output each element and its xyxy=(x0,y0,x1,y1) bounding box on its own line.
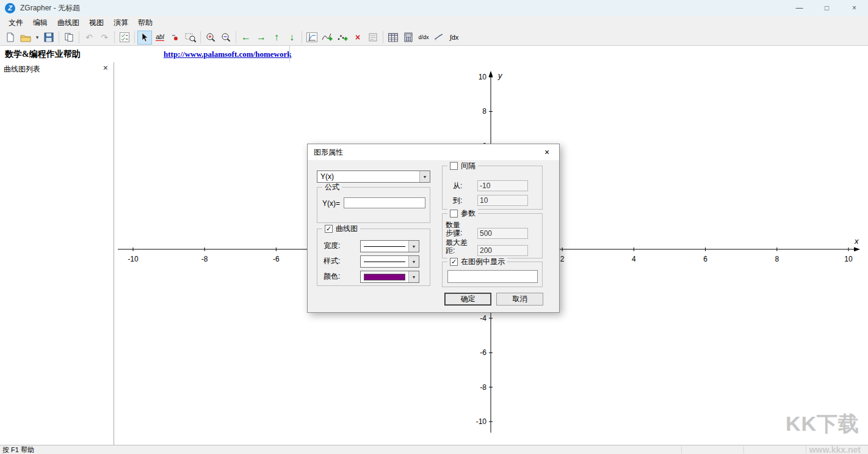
zoom-out-button[interactable] xyxy=(219,31,233,45)
open-file-button[interactable] xyxy=(18,31,33,45)
menu-file[interactable]: 文件 xyxy=(4,16,28,29)
show-legend-checkbox[interactable]: ✓ xyxy=(450,258,458,266)
calculator-button[interactable] xyxy=(401,31,416,45)
legend-group-legend: ✓ 在图例中显示 xyxy=(447,257,507,266)
menu-graph[interactable]: 曲线图 xyxy=(52,16,84,29)
svg-text:6: 6 xyxy=(703,255,707,263)
params-checkbox[interactable] xyxy=(450,210,458,218)
status-cell xyxy=(681,446,742,453)
status-help-text: 按 F1 帮助 xyxy=(2,445,34,454)
gap-label: 最大差 距: xyxy=(446,239,477,255)
zoom-region-icon xyxy=(185,32,197,43)
add-function-button[interactable] xyxy=(320,31,335,45)
statusbar: 按 F1 帮助 xyxy=(0,445,868,454)
function-type-combo[interactable]: Y(x) ▼ xyxy=(317,170,430,183)
window-title: ZGrapher - 无标题 xyxy=(20,3,80,13)
legend-group: ✓ 在图例中显示 xyxy=(442,262,543,287)
graph-frame-button[interactable] xyxy=(305,31,319,45)
redo-button[interactable]: ↷ xyxy=(97,31,112,45)
svg-text:-6: -6 xyxy=(273,255,280,263)
svg-text:2: 2 xyxy=(560,255,565,263)
banner-divider xyxy=(289,46,290,62)
move-up-button[interactable]: ↑ xyxy=(269,31,284,45)
pointer-tool-button[interactable] xyxy=(137,31,152,45)
legend-group-label: 在图例中显示 xyxy=(461,257,505,266)
dialog-title: 图形属性 xyxy=(314,147,343,158)
formula-legend-label: 公式 xyxy=(325,183,339,191)
add-point-series-button[interactable] xyxy=(335,31,350,45)
titlebar[interactable]: Z ZGrapher - 无标题 — □ × xyxy=(0,0,868,16)
maximize-button[interactable]: □ xyxy=(813,0,841,16)
derivative-button[interactable]: d/dx xyxy=(416,31,431,45)
ad-text: 数学&编程作业帮助 xyxy=(5,49,81,60)
chevron-down-icon: ▼ xyxy=(408,271,419,282)
steps-input[interactable] xyxy=(477,228,528,239)
delete-graph-button[interactable]: × xyxy=(350,31,365,45)
table-icon xyxy=(388,33,398,42)
new-file-icon xyxy=(5,32,15,42)
graph-properties-dialog: 图形属性 × Y(x) ▼ 公式 Y(x)= ✓ 曲线图 宽度: ▼ xyxy=(307,144,560,313)
dialog-close-icon[interactable]: × xyxy=(538,144,555,160)
interval-group: 间隔 从: 到: xyxy=(442,166,543,210)
interval-checkbox[interactable] xyxy=(450,162,458,170)
save-button[interactable] xyxy=(42,31,56,45)
close-button[interactable]: × xyxy=(841,0,868,16)
undo-button[interactable]: ↶ xyxy=(82,31,96,45)
label-tool-button[interactable]: abl xyxy=(153,31,167,45)
watermark-url: www.kkx.net xyxy=(809,445,861,454)
toolbar-separator xyxy=(134,31,135,43)
point-tool-button[interactable] xyxy=(168,31,183,45)
dialog-body: Y(x) ▼ 公式 Y(x)= ✓ 曲线图 宽度: ▼ 样式: xyxy=(308,160,559,313)
menu-calculus[interactable]: 演算 xyxy=(109,16,133,29)
menu-edit[interactable]: 编辑 xyxy=(28,16,52,29)
new-file-button[interactable] xyxy=(3,31,18,45)
curve-checkbox[interactable]: ✓ xyxy=(325,225,333,233)
open-recent-dropdown[interactable]: ▾ xyxy=(34,31,41,45)
zoom-out-icon xyxy=(221,32,231,43)
graph-list-header: 曲线图列表 × xyxy=(0,62,114,75)
gap-input[interactable] xyxy=(477,245,528,256)
panel-close-icon[interactable]: × xyxy=(103,64,108,72)
formula-input[interactable] xyxy=(344,197,425,208)
save-icon xyxy=(44,32,54,42)
svg-text:-8: -8 xyxy=(201,255,208,263)
line-color-preview xyxy=(361,271,408,282)
line-width-combo[interactable]: ▼ xyxy=(360,240,419,252)
graph-list-toggle-button[interactable] xyxy=(117,31,132,45)
zoom-in-button[interactable] xyxy=(203,31,218,45)
params-legend-label: 参数 xyxy=(461,209,476,218)
integral-button[interactable]: ∫dx xyxy=(447,31,461,45)
legend-text-input[interactable] xyxy=(447,270,538,283)
curve-group-legend: ✓ 曲线图 xyxy=(322,224,360,233)
ad-link[interactable]: http://www.palamsoft.com/homework xyxy=(164,49,291,59)
steps-label: 数量 步骤: xyxy=(446,221,477,237)
copy-button[interactable] xyxy=(62,31,76,45)
interval-to-input[interactable] xyxy=(477,195,528,206)
svg-text:8: 8 xyxy=(775,255,779,263)
width-label: 宽度: xyxy=(324,242,340,250)
svg-text:4: 4 xyxy=(632,255,636,263)
table-values-button[interactable] xyxy=(386,31,400,45)
interval-from-input[interactable] xyxy=(477,180,528,191)
minimize-button[interactable]: — xyxy=(786,0,813,16)
dialog-titlebar[interactable]: 图形属性 × xyxy=(308,144,559,160)
menu-help[interactable]: 帮助 xyxy=(133,16,157,29)
panel-title: 曲线图列表 xyxy=(4,64,40,75)
line-style-combo[interactable]: ▼ xyxy=(360,255,419,268)
menu-view[interactable]: 视图 xyxy=(84,16,109,29)
svg-text:y: y xyxy=(497,71,503,80)
point-icon xyxy=(170,32,180,42)
ok-button[interactable]: 确定 xyxy=(444,293,491,306)
line-color-combo[interactable]: ▼ xyxy=(360,271,419,283)
cancel-button[interactable]: 取消 xyxy=(496,293,543,306)
graph-properties-button[interactable] xyxy=(366,31,380,45)
tangent-icon xyxy=(434,32,444,42)
move-down-button[interactable]: ↓ xyxy=(284,31,299,45)
line-style-preview xyxy=(361,256,408,267)
svg-text:10: 10 xyxy=(479,73,487,81)
zoom-region-button[interactable] xyxy=(183,31,198,45)
move-right-button[interactable]: → xyxy=(254,31,269,45)
toolbar-separator xyxy=(200,31,201,43)
move-left-button[interactable]: ← xyxy=(239,31,253,45)
tangent-button[interactable] xyxy=(432,31,446,45)
